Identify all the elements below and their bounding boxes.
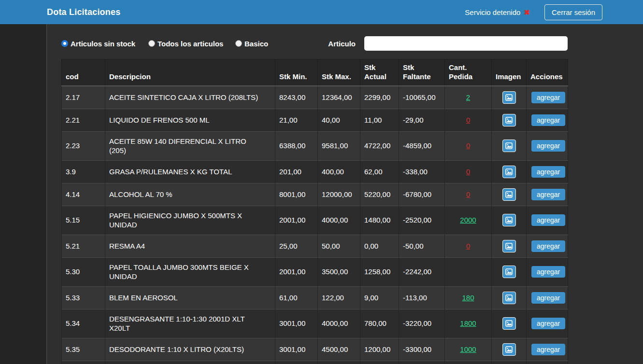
- image-icon: [505, 243, 513, 250]
- cell-stk-max: 4000,00: [318, 206, 360, 235]
- cell-stk-actual: 5220,00: [360, 183, 399, 206]
- cell-cod: 5.37: [62, 361, 105, 364]
- view-image-button[interactable]: [502, 317, 516, 330]
- radio-icon[interactable]: [61, 40, 68, 47]
- cell-cod: 5.15: [62, 206, 105, 235]
- column-header-stk-min: Stk Min.: [275, 59, 318, 86]
- agregar-button[interactable]: agregar: [531, 166, 565, 178]
- image-icon: [505, 117, 513, 124]
- filter-radio-basico[interactable]: Basico: [235, 40, 268, 48]
- view-image-button[interactable]: [502, 166, 516, 178]
- table-row: 5.15PAPEL HIGIENICO JUMBO X 500MTS X UNI…: [62, 206, 568, 235]
- image-icon: [505, 191, 513, 198]
- cell-stk-actual: 2299,00: [360, 86, 399, 109]
- cell-stk-faltante: -4859,00: [399, 131, 445, 160]
- image-icon: [505, 142, 513, 149]
- cell-acciones: agregar: [527, 183, 568, 206]
- cant-pedida-link[interactable]: 1000: [460, 345, 476, 353]
- table-row: 2.23ACEITE 85W 140 DIFERENCIAL X LITRO (…: [62, 131, 568, 160]
- column-header-stk-actual: Stk Actual: [360, 59, 399, 86]
- cell-acciones: agregar: [527, 109, 568, 131]
- cant-pedida-link[interactable]: 0: [466, 168, 470, 176]
- agregar-button[interactable]: agregar: [531, 292, 565, 304]
- agregar-button[interactable]: agregar: [531, 240, 565, 252]
- table-header-row: codDescripcionStk Min.Stk Max.Stk Actual…: [62, 59, 568, 86]
- cell-stk-actual: 11,00: [360, 109, 399, 131]
- cell-acciones: agregar: [527, 131, 568, 160]
- agregar-button[interactable]: agregar: [531, 92, 565, 103]
- cell-cod: 2.21: [62, 109, 105, 131]
- image-icon: [505, 268, 513, 275]
- cant-pedida-link[interactable]: 0: [466, 190, 470, 198]
- view-image-button[interactable]: [502, 292, 516, 304]
- view-image-button[interactable]: [502, 140, 516, 152]
- radio-icon[interactable]: [148, 40, 155, 47]
- agregar-button[interactable]: agregar: [531, 214, 565, 226]
- cell-stk-faltante: -2242,00: [399, 257, 445, 286]
- column-header-cod: cod: [62, 59, 105, 86]
- cant-pedida-link[interactable]: 2000: [460, 216, 476, 224]
- cell-descripcion: LIQUIDO DE FRENOS 500 ML: [105, 109, 275, 131]
- table-row: 2.21LIQUIDO DE FRENOS 500 ML21,0040,0011…: [62, 109, 568, 131]
- cell-stk-actual: 0,00: [360, 235, 399, 257]
- view-image-button[interactable]: [502, 214, 516, 226]
- cant-pedida-link[interactable]: 2: [466, 93, 470, 101]
- left-gutter: [0, 24, 47, 364]
- filter-radio-todos-los-articulos[interactable]: Todos los articulos: [148, 40, 235, 48]
- cell-cod: 4.14: [62, 183, 105, 206]
- view-image-button[interactable]: [502, 188, 516, 201]
- filter-radio-articulos-sin-stock[interactable]: Articulos sin stock: [61, 40, 148, 48]
- cell-stk-min: 8001,00: [275, 183, 318, 206]
- cell-imagen: [492, 361, 527, 364]
- view-image-button[interactable]: [502, 343, 516, 356]
- cell-cod: 5.33: [62, 286, 105, 309]
- agregar-button[interactable]: agregar: [531, 318, 565, 329]
- cell-stk-actual: 1200,00: [360, 338, 399, 361]
- agregar-button[interactable]: agregar: [531, 266, 565, 278]
- cell-descripcion: DESINFECTANTE AYUDIN EN AEROSOL: [105, 361, 275, 364]
- agregar-button[interactable]: agregar: [531, 189, 565, 200]
- cell-stk-min: 6388,00: [275, 131, 318, 160]
- view-image-button[interactable]: [502, 266, 516, 278]
- cant-pedida-link[interactable]: 1800: [460, 319, 476, 327]
- agregar-button[interactable]: agregar: [531, 344, 565, 355]
- cell-cod: 2.17: [62, 86, 105, 109]
- cell-stk-min: 8243,00: [275, 86, 318, 109]
- cell-stk-max: 9581,00: [318, 131, 360, 160]
- cell-cant-pedida: 2000: [445, 206, 492, 235]
- logout-button[interactable]: Cerrar sesión: [544, 4, 602, 20]
- cant-pedida-link[interactable]: 180: [462, 294, 474, 302]
- articulo-search-input[interactable]: [364, 36, 568, 51]
- cell-imagen: [492, 86, 527, 109]
- cant-pedida-link[interactable]: 0: [466, 242, 470, 250]
- agregar-button[interactable]: agregar: [531, 114, 565, 126]
- cell-cant-pedida: 1000: [445, 338, 492, 361]
- cell-cant-pedida: [445, 257, 492, 286]
- cell-acciones: agregar: [527, 235, 568, 257]
- radio-icon[interactable]: [235, 40, 242, 47]
- cell-stk-faltante: -3220,00: [399, 309, 445, 338]
- cell-stk-faltante: -10065,00: [399, 86, 445, 109]
- cant-pedida-link[interactable]: 0: [466, 141, 470, 150]
- table-row: 5.35DESODORANTE 1:10 X LITRO (X20LTS)300…: [62, 338, 568, 361]
- cell-stk-max: 12000,00: [318, 183, 360, 206]
- image-icon: [505, 294, 513, 301]
- view-image-button[interactable]: [502, 240, 516, 252]
- table-row: 5.33BLEM EN AEROSOL61,00122,009,00-113,0…: [62, 286, 568, 309]
- table-row: 5.30PAPEL TOALLA JUMBO 300MTS BEIGE X UN…: [62, 257, 568, 286]
- image-icon: [505, 320, 513, 327]
- cell-descripcion: PAPEL TOALLA JUMBO 300MTS BEIGE X UNIDAD: [105, 257, 275, 286]
- image-icon: [505, 346, 513, 353]
- cell-descripcion: GRASA P/RULEMANES X KG TOTAL: [105, 160, 275, 183]
- cell-stk-actual: 4722,00: [360, 131, 399, 160]
- view-image-button[interactable]: [502, 114, 516, 126]
- cell-stk-max: 4500,00: [318, 338, 360, 361]
- column-header-stk-faltante: Stk Faltante: [399, 59, 445, 86]
- table-row: 2.17ACEITE SINTETICO CAJA X LITRO (208LT…: [62, 86, 568, 109]
- cant-pedida-link[interactable]: 0: [466, 116, 470, 124]
- cell-acciones: agregar: [527, 206, 568, 235]
- cell-stk-faltante: -113,00: [399, 286, 445, 309]
- view-image-button[interactable]: [502, 91, 516, 104]
- agregar-button[interactable]: agregar: [531, 140, 565, 152]
- cell-imagen: [492, 309, 527, 338]
